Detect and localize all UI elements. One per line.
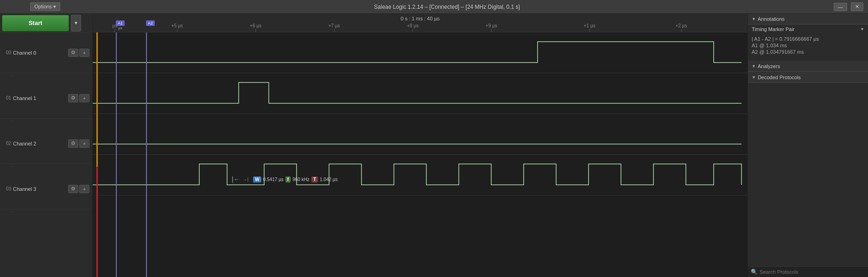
timing-marker-row: Timing Marker Pair ▼ [748, 25, 868, 34]
analyzers-arrow-icon: ▼ [752, 64, 756, 69]
channel-dots-1: ··· [0, 119, 92, 123]
analyzers-header[interactable]: ▼ Analyzers [748, 61, 868, 72]
channel-add-3[interactable]: + [79, 185, 89, 193]
decoded-protocols-header[interactable]: ▼ Decoded Protocols [748, 72, 868, 83]
annotations-header-label: Annotations [758, 16, 785, 22]
time-tick-2: +6 µs [250, 23, 261, 32]
channel-gear-1[interactable]: ⚙ [68, 94, 78, 102]
marker-a2-detail: A2 @ 1.034791667 ms [752, 49, 864, 55]
channel-number-2: 02 [3, 141, 11, 146]
waveform-svg-ch3 [93, 155, 748, 195]
annotations-header[interactable]: ▼ Annotations [748, 14, 868, 25]
waveform-svg-ch0 [93, 32, 748, 73]
channel-name-0: Channel 0 [13, 50, 68, 56]
window-controls: — ✕ [834, 2, 863, 11]
marker-a1-unit: µs [118, 26, 122, 30]
channel-number-1: 01 [3, 95, 11, 101]
waveform-svg-ch1 [93, 73, 748, 113]
channel-gear-0[interactable]: ⚙ [68, 49, 78, 57]
channel-name-2: Channel 2 [13, 141, 68, 146]
decoded-protocols-section: ▼ Decoded Protocols 🔍 [748, 72, 868, 277]
start-area: Start ▼ [0, 14, 92, 32]
channel-gear-2[interactable]: ⚙ [68, 139, 78, 148]
start-button[interactable]: Start [2, 15, 69, 31]
channel-row-1: 01 Channel 1 ⚙ + [0, 78, 92, 119]
measurement-overlay: |← →| W 0.5417 µs f 960 kHz T 1.042 µs [232, 176, 338, 183]
start-dropdown-arrow[interactable]: ▼ [71, 15, 81, 31]
marker-a1-flag[interactable]: A1 µs [116, 20, 125, 30]
annotations-arrow-icon: ▼ [752, 17, 756, 21]
meas-arrow: →| [243, 177, 249, 182]
search-protocols-input[interactable] [760, 269, 865, 275]
channel-row-2: 02 Channel 2 ⚙ + [0, 123, 92, 164]
analyzers-section: ▼ Analyzers [748, 61, 868, 72]
channel-number-0: 00 [3, 50, 11, 55]
waveforms-container[interactable]: |← →| W 0.5417 µs f 960 kHz T 1.042 µs [93, 32, 748, 277]
waveform-area[interactable]: 0 s : 1 ms : 40 µs A1 µs A2 µs +5 µs +6 … [93, 14, 748, 277]
time-tick-6: +1 µs [584, 23, 596, 32]
window-title: Saleae Logic 1.2.14 – [Connected] – [24 … [60, 4, 834, 10]
channel-add-0[interactable]: + [79, 49, 89, 57]
time-tick-3: +7 µs [329, 23, 340, 32]
channel-name-3: Channel 3 [13, 186, 68, 192]
annotations-section: ▼ Annotations Timing Marker Pair ▼ | A1 … [748, 14, 868, 61]
timing-marker-details: | A1 - A2 | = 0.7916666667 µs A1 @ 1.034… [748, 34, 868, 59]
analyzers-header-label: Analyzers [758, 63, 780, 69]
meas-width-badge: W [253, 176, 261, 183]
channel-row-3: 03 Channel 3 ⚙ + [0, 169, 92, 209]
channel-dots-3: ··· [0, 209, 92, 214]
meas-width-value: 0.5417 µs [263, 177, 284, 182]
decoded-protocols-label: Decoded Protocols [758, 75, 801, 80]
right-panel: ▼ Annotations Timing Marker Pair ▼ | A1 … [748, 14, 868, 277]
waveform-ch1 [93, 73, 748, 114]
waveform-ch3: |← →| W 0.5417 µs f 960 kHz T 1.042 µs [93, 155, 748, 195]
time-ruler: 0 s : 1 ms : 40 µs A1 µs A2 µs +5 µs +6 … [93, 14, 748, 32]
marker-delta-row: | A1 - A2 | = 0.7916666667 µs [752, 36, 864, 42]
meas-period-badge: T [311, 176, 318, 183]
channel-row-0: 00 Channel 0 ⚙ + [0, 32, 92, 73]
options-button[interactable]: Options ▾ [30, 2, 60, 11]
meas-freq-badge: f [285, 176, 291, 183]
timing-marker-pair-label: Timing Marker Pair [752, 26, 795, 32]
waveform-ch2 [93, 114, 748, 155]
meas-period-value: 1.042 µs [320, 177, 338, 182]
meas-freq-value: 960 kHz [292, 177, 310, 182]
minimize-button[interactable]: — [834, 3, 847, 11]
main-layout: Start ▼ 00 Channel 0 ⚙ + ··· 01 Channel … [0, 14, 868, 277]
marker-a2-label: A2 [146, 20, 155, 26]
marker-a1-detail: A1 @ 1.034 ms [752, 42, 864, 49]
decoded-arrow-icon: ▼ [752, 75, 756, 80]
channel-add-2[interactable]: + [79, 139, 89, 148]
marker-a2-flag[interactable]: A2 [146, 20, 155, 26]
decoded-protocols-content [748, 83, 868, 266]
close-button[interactable]: ✕ [851, 2, 863, 11]
channel-number-3: 03 [3, 186, 11, 191]
channel-add-1[interactable]: + [79, 94, 89, 102]
marker-a1-label: A1 [116, 20, 125, 26]
search-protocols-row: 🔍 [748, 266, 868, 277]
channel-dots-2: ··· [0, 164, 92, 169]
time-tick-5: +9 µs [486, 23, 497, 32]
channel-gear-3[interactable]: ⚙ [68, 185, 78, 193]
timing-marker-dropdown-icon[interactable]: ▼ [860, 27, 864, 31]
time-tick-1: +5 µs [171, 23, 183, 32]
title-bar: Options ▾ Saleae Logic 1.2.14 – [Connect… [0, 0, 868, 14]
waveform-ch0 [93, 32, 748, 73]
trigger-line [96, 32, 97, 277]
search-icon: 🔍 [751, 269, 758, 275]
time-tick-7: +2 µs [676, 23, 687, 32]
time-tick-4: +8 µs [407, 23, 418, 32]
channel-dots-0: ··· [0, 73, 92, 78]
waveform-svg-ch2 [93, 114, 748, 154]
channels-panel: Start ▼ 00 Channel 0 ⚙ + ··· 01 Channel … [0, 14, 93, 277]
meas-left-bracket: |← [232, 176, 240, 183]
channel-name-1: Channel 1 [13, 95, 68, 101]
time-ticks-container: µs +5 µs +6 µs +7 µs +8 µs +9 µs [93, 21, 748, 32]
